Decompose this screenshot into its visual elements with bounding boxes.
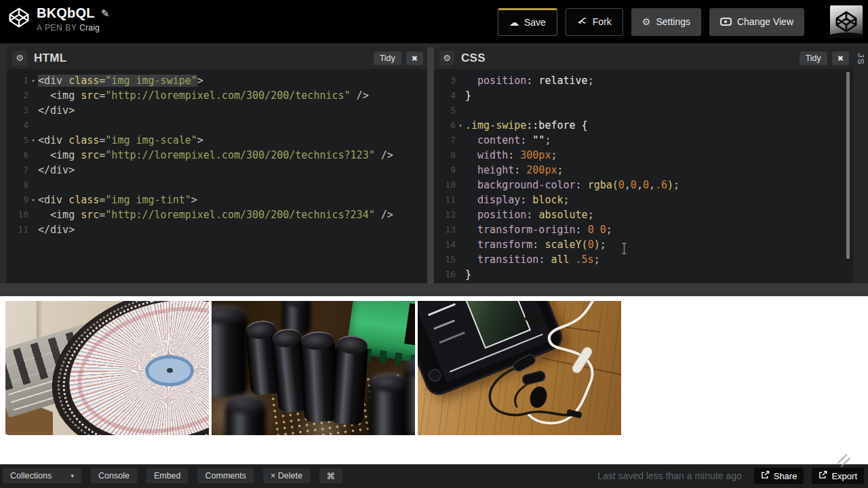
collections-label: Collections	[10, 471, 52, 481]
js-panel-collapsed-tab[interactable]: JS	[853, 47, 868, 283]
byline: A PEN BY Craig	[37, 23, 109, 33]
panel-split-handle[interactable]	[427, 47, 434, 283]
share-label: Share	[774, 471, 797, 481]
css-editor-panel: ⚙ CSS Tidy ✖ 3 position: relative;4}56▾.…	[434, 47, 853, 283]
css-scrollbar[interactable]	[846, 72, 850, 259]
fork-button[interactable]: Fork	[566, 8, 623, 36]
settings-label: Settings	[656, 16, 690, 27]
capacitor	[212, 313, 247, 397]
save-label: Save	[524, 17, 546, 28]
css-panel-title: CSS	[461, 52, 486, 65]
codepen-editor-app: BKQbQL ✎ A PEN BY Craig ☁ Save	[0, 0, 868, 488]
earbud-cables	[418, 301, 621, 435]
share-button[interactable]: Share	[754, 468, 804, 484]
pen-title[interactable]: BKQbQL	[37, 5, 95, 21]
save-button[interactable]: ☁ Save	[498, 8, 557, 36]
css-close-icon[interactable]: ✖	[832, 52, 849, 65]
codepen-logo-icon[interactable]	[8, 7, 30, 28]
gear-icon: ⚙	[642, 17, 651, 26]
capacitor	[225, 403, 266, 435]
change-view-label: Change View	[737, 16, 793, 27]
html-panel-title: HTML	[34, 52, 66, 65]
css-tidy-button[interactable]: Tidy	[800, 52, 827, 65]
turntable-photo	[5, 301, 209, 435]
text-cursor-pointer	[621, 243, 627, 257]
chevron-down-icon: ▾	[71, 472, 74, 479]
command-shortcuts-button[interactable]: ⌘	[319, 468, 343, 483]
brand-block: BKQbQL ✎ A PEN BY Craig	[8, 5, 109, 33]
footer-right-actions: Last saved less than a minute ago Share …	[597, 468, 864, 484]
html-settings-gear-icon[interactable]: ⚙	[12, 51, 27, 66]
html-tidy-button[interactable]: Tidy	[374, 52, 401, 65]
css-panel-header: ⚙ CSS Tidy ✖	[434, 47, 853, 69]
change-view-button[interactable]: Change View	[709, 8, 804, 36]
last-saved-status: Last saved less than a minute ago	[597, 470, 741, 481]
top-header: BKQbQL ✎ A PEN BY Craig ☁ Save	[0, 0, 868, 43]
embed-button[interactable]: Embed	[146, 468, 189, 483]
export-label: Export	[831, 471, 857, 481]
css-settings-gear-icon[interactable]: ⚙	[439, 51, 454, 66]
header-actions: ☁ Save Fork ⚙ Settings Change View	[498, 5, 863, 38]
fork-label: Fork	[593, 16, 612, 27]
preview-pane	[0, 296, 868, 464]
author-link[interactable]: Craig	[79, 23, 100, 33]
capacitor	[369, 381, 408, 435]
html-panel-header: ⚙ HTML Tidy ✖	[7, 47, 427, 69]
delete-button[interactable]: × Delete	[263, 468, 310, 483]
footer-bar: Collections ▾ Console Embed Comments × D…	[0, 464, 868, 488]
resize-grip-icon[interactable]	[835, 452, 852, 471]
pen-titles: BKQbQL ✎ A PEN BY Craig	[37, 5, 109, 33]
user-avatar[interactable]	[830, 5, 863, 38]
settings-button[interactable]: ⚙ Settings	[631, 8, 701, 36]
cloud-icon: ☁	[509, 18, 519, 27]
editor-preview-divider[interactable]	[0, 283, 868, 296]
html-code-editor[interactable]: 1▾<div class="img img-swipe">2 <img src=…	[7, 69, 427, 237]
comments-button[interactable]: Comments	[197, 468, 253, 483]
html-editor-panel: ⚙ HTML Tidy ✖ 1▾<div class="img img-swip…	[7, 47, 427, 283]
capacitor	[404, 366, 415, 434]
byline-label: A PEN BY	[37, 23, 77, 33]
export-icon	[818, 470, 827, 481]
editor-panels-row: ⚙ HTML Tidy ✖ 1▾<div class="img img-swip…	[0, 43, 868, 296]
eye-icon	[720, 18, 732, 26]
fork-icon	[577, 16, 587, 28]
css-code-editor[interactable]: 3 position: relative;4}56▾.img-swipe::be…	[434, 69, 853, 282]
share-icon	[761, 470, 770, 481]
phone-earbuds-photo	[418, 301, 621, 435]
capacitor	[331, 342, 368, 426]
collections-dropdown[interactable]: Collections ▾	[3, 468, 81, 483]
console-button[interactable]: Console	[91, 468, 137, 483]
js-panel-label: JS	[856, 53, 866, 65]
html-close-icon[interactable]: ✖	[406, 52, 423, 65]
pencil-icon[interactable]: ✎	[101, 7, 110, 20]
circuit-board-photo	[212, 301, 415, 435]
footer-left-actions: Collections ▾ Console Embed Comments × D…	[3, 468, 342, 483]
